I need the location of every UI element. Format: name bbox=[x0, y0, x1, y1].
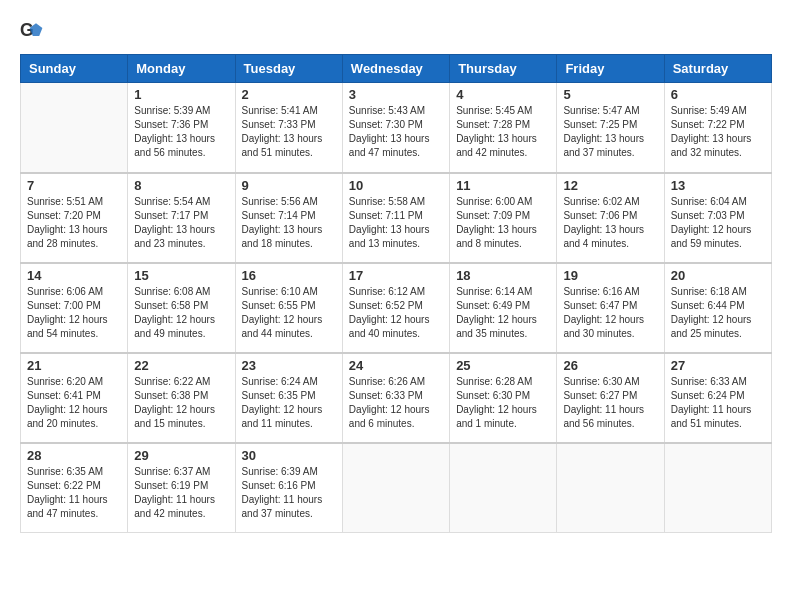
calendar-cell: 5Sunrise: 5:47 AM Sunset: 7:25 PM Daylig… bbox=[557, 83, 664, 173]
day-info: Sunrise: 5:47 AM Sunset: 7:25 PM Dayligh… bbox=[563, 104, 657, 160]
day-number: 18 bbox=[456, 268, 550, 283]
day-info: Sunrise: 6:30 AM Sunset: 6:27 PM Dayligh… bbox=[563, 375, 657, 431]
day-info: Sunrise: 6:28 AM Sunset: 6:30 PM Dayligh… bbox=[456, 375, 550, 431]
calendar-week-row: 21Sunrise: 6:20 AM Sunset: 6:41 PM Dayli… bbox=[21, 353, 772, 443]
calendar-header-row: SundayMondayTuesdayWednesdayThursdayFrid… bbox=[21, 55, 772, 83]
day-info: Sunrise: 6:37 AM Sunset: 6:19 PM Dayligh… bbox=[134, 465, 228, 521]
day-of-week-header: Tuesday bbox=[235, 55, 342, 83]
calendar-cell: 9Sunrise: 5:56 AM Sunset: 7:14 PM Daylig… bbox=[235, 173, 342, 263]
day-number: 27 bbox=[671, 358, 765, 373]
day-number: 8 bbox=[134, 178, 228, 193]
day-info: Sunrise: 5:58 AM Sunset: 7:11 PM Dayligh… bbox=[349, 195, 443, 251]
day-info: Sunrise: 6:08 AM Sunset: 6:58 PM Dayligh… bbox=[134, 285, 228, 341]
calendar-cell: 13Sunrise: 6:04 AM Sunset: 7:03 PM Dayli… bbox=[664, 173, 771, 263]
calendar-cell: 1Sunrise: 5:39 AM Sunset: 7:36 PM Daylig… bbox=[128, 83, 235, 173]
day-info: Sunrise: 5:49 AM Sunset: 7:22 PM Dayligh… bbox=[671, 104, 765, 160]
day-number: 14 bbox=[27, 268, 121, 283]
calendar-cell: 18Sunrise: 6:14 AM Sunset: 6:49 PM Dayli… bbox=[450, 263, 557, 353]
day-number: 22 bbox=[134, 358, 228, 373]
day-info: Sunrise: 6:18 AM Sunset: 6:44 PM Dayligh… bbox=[671, 285, 765, 341]
calendar-cell: 25Sunrise: 6:28 AM Sunset: 6:30 PM Dayli… bbox=[450, 353, 557, 443]
day-info: Sunrise: 6:39 AM Sunset: 6:16 PM Dayligh… bbox=[242, 465, 336, 521]
calendar-cell: 30Sunrise: 6:39 AM Sunset: 6:16 PM Dayli… bbox=[235, 443, 342, 533]
calendar-week-row: 28Sunrise: 6:35 AM Sunset: 6:22 PM Dayli… bbox=[21, 443, 772, 533]
day-number: 9 bbox=[242, 178, 336, 193]
day-of-week-header: Monday bbox=[128, 55, 235, 83]
day-number: 20 bbox=[671, 268, 765, 283]
calendar-cell: 8Sunrise: 5:54 AM Sunset: 7:17 PM Daylig… bbox=[128, 173, 235, 263]
day-info: Sunrise: 6:02 AM Sunset: 7:06 PM Dayligh… bbox=[563, 195, 657, 251]
day-number: 15 bbox=[134, 268, 228, 283]
calendar-cell: 11Sunrise: 6:00 AM Sunset: 7:09 PM Dayli… bbox=[450, 173, 557, 263]
calendar-cell: 28Sunrise: 6:35 AM Sunset: 6:22 PM Dayli… bbox=[21, 443, 128, 533]
day-info: Sunrise: 6:26 AM Sunset: 6:33 PM Dayligh… bbox=[349, 375, 443, 431]
day-of-week-header: Thursday bbox=[450, 55, 557, 83]
calendar-cell bbox=[21, 83, 128, 173]
day-of-week-header: Friday bbox=[557, 55, 664, 83]
logo-icon: G bbox=[20, 20, 44, 44]
day-number: 5 bbox=[563, 87, 657, 102]
day-info: Sunrise: 5:56 AM Sunset: 7:14 PM Dayligh… bbox=[242, 195, 336, 251]
day-number: 26 bbox=[563, 358, 657, 373]
day-info: Sunrise: 5:39 AM Sunset: 7:36 PM Dayligh… bbox=[134, 104, 228, 160]
page-header: G bbox=[20, 20, 772, 44]
day-info: Sunrise: 6:12 AM Sunset: 6:52 PM Dayligh… bbox=[349, 285, 443, 341]
calendar-cell: 10Sunrise: 5:58 AM Sunset: 7:11 PM Dayli… bbox=[342, 173, 449, 263]
calendar-cell bbox=[450, 443, 557, 533]
day-info: Sunrise: 6:33 AM Sunset: 6:24 PM Dayligh… bbox=[671, 375, 765, 431]
day-number: 17 bbox=[349, 268, 443, 283]
day-number: 3 bbox=[349, 87, 443, 102]
calendar-week-row: 14Sunrise: 6:06 AM Sunset: 7:00 PM Dayli… bbox=[21, 263, 772, 353]
day-number: 2 bbox=[242, 87, 336, 102]
calendar-table: SundayMondayTuesdayWednesdayThursdayFrid… bbox=[20, 54, 772, 533]
calendar-cell: 22Sunrise: 6:22 AM Sunset: 6:38 PM Dayli… bbox=[128, 353, 235, 443]
calendar-cell: 2Sunrise: 5:41 AM Sunset: 7:33 PM Daylig… bbox=[235, 83, 342, 173]
calendar-cell: 29Sunrise: 6:37 AM Sunset: 6:19 PM Dayli… bbox=[128, 443, 235, 533]
calendar-cell: 16Sunrise: 6:10 AM Sunset: 6:55 PM Dayli… bbox=[235, 263, 342, 353]
day-number: 23 bbox=[242, 358, 336, 373]
calendar-cell: 15Sunrise: 6:08 AM Sunset: 6:58 PM Dayli… bbox=[128, 263, 235, 353]
day-number: 4 bbox=[456, 87, 550, 102]
day-number: 1 bbox=[134, 87, 228, 102]
day-info: Sunrise: 6:10 AM Sunset: 6:55 PM Dayligh… bbox=[242, 285, 336, 341]
calendar-cell: 19Sunrise: 6:16 AM Sunset: 6:47 PM Dayli… bbox=[557, 263, 664, 353]
day-number: 21 bbox=[27, 358, 121, 373]
calendar-cell: 4Sunrise: 5:45 AM Sunset: 7:28 PM Daylig… bbox=[450, 83, 557, 173]
day-info: Sunrise: 6:20 AM Sunset: 6:41 PM Dayligh… bbox=[27, 375, 121, 431]
day-info: Sunrise: 6:16 AM Sunset: 6:47 PM Dayligh… bbox=[563, 285, 657, 341]
day-number: 28 bbox=[27, 448, 121, 463]
calendar-cell: 3Sunrise: 5:43 AM Sunset: 7:30 PM Daylig… bbox=[342, 83, 449, 173]
day-info: Sunrise: 6:35 AM Sunset: 6:22 PM Dayligh… bbox=[27, 465, 121, 521]
day-info: Sunrise: 5:43 AM Sunset: 7:30 PM Dayligh… bbox=[349, 104, 443, 160]
day-number: 10 bbox=[349, 178, 443, 193]
day-info: Sunrise: 6:14 AM Sunset: 6:49 PM Dayligh… bbox=[456, 285, 550, 341]
day-number: 11 bbox=[456, 178, 550, 193]
calendar-cell: 27Sunrise: 6:33 AM Sunset: 6:24 PM Dayli… bbox=[664, 353, 771, 443]
day-info: Sunrise: 6:04 AM Sunset: 7:03 PM Dayligh… bbox=[671, 195, 765, 251]
day-of-week-header: Sunday bbox=[21, 55, 128, 83]
day-number: 30 bbox=[242, 448, 336, 463]
calendar-cell: 26Sunrise: 6:30 AM Sunset: 6:27 PM Dayli… bbox=[557, 353, 664, 443]
day-number: 25 bbox=[456, 358, 550, 373]
calendar-cell: 17Sunrise: 6:12 AM Sunset: 6:52 PM Dayli… bbox=[342, 263, 449, 353]
calendar-cell: 6Sunrise: 5:49 AM Sunset: 7:22 PM Daylig… bbox=[664, 83, 771, 173]
day-info: Sunrise: 6:22 AM Sunset: 6:38 PM Dayligh… bbox=[134, 375, 228, 431]
day-number: 29 bbox=[134, 448, 228, 463]
calendar-week-row: 1Sunrise: 5:39 AM Sunset: 7:36 PM Daylig… bbox=[21, 83, 772, 173]
calendar-cell: 24Sunrise: 6:26 AM Sunset: 6:33 PM Dayli… bbox=[342, 353, 449, 443]
day-number: 6 bbox=[671, 87, 765, 102]
day-info: Sunrise: 5:41 AM Sunset: 7:33 PM Dayligh… bbox=[242, 104, 336, 160]
calendar-cell bbox=[342, 443, 449, 533]
calendar-cell bbox=[664, 443, 771, 533]
day-number: 7 bbox=[27, 178, 121, 193]
calendar-week-row: 7Sunrise: 5:51 AM Sunset: 7:20 PM Daylig… bbox=[21, 173, 772, 263]
calendar-cell bbox=[557, 443, 664, 533]
day-number: 24 bbox=[349, 358, 443, 373]
day-number: 19 bbox=[563, 268, 657, 283]
calendar-cell: 20Sunrise: 6:18 AM Sunset: 6:44 PM Dayli… bbox=[664, 263, 771, 353]
day-info: Sunrise: 6:00 AM Sunset: 7:09 PM Dayligh… bbox=[456, 195, 550, 251]
day-info: Sunrise: 6:06 AM Sunset: 7:00 PM Dayligh… bbox=[27, 285, 121, 341]
calendar-cell: 7Sunrise: 5:51 AM Sunset: 7:20 PM Daylig… bbox=[21, 173, 128, 263]
day-of-week-header: Wednesday bbox=[342, 55, 449, 83]
day-info: Sunrise: 5:51 AM Sunset: 7:20 PM Dayligh… bbox=[27, 195, 121, 251]
